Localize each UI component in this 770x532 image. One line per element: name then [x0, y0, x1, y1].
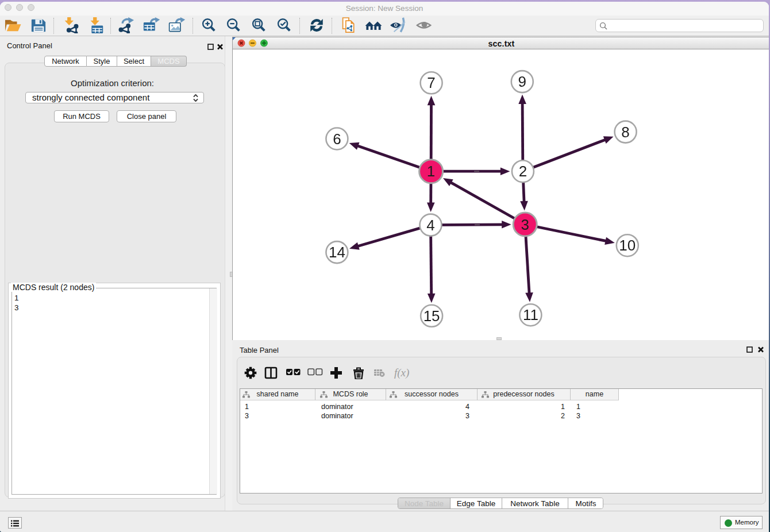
svg-text:10: 10 — [619, 237, 636, 254]
svg-text:4: 4 — [426, 217, 434, 234]
svg-text:9: 9 — [518, 73, 526, 90]
svg-text:1: 1 — [427, 163, 435, 180]
svg-text:2: 2 — [519, 163, 527, 180]
svg-text:14: 14 — [329, 244, 345, 261]
svg-text:8: 8 — [621, 124, 629, 141]
svg-text:11: 11 — [523, 306, 538, 323]
svg-text:7: 7 — [427, 74, 435, 91]
svg-text:6: 6 — [333, 130, 341, 148]
svg-text:f(x): f(x) — [394, 367, 409, 379]
svg-text:3: 3 — [521, 216, 529, 233]
svg-text:15: 15 — [424, 307, 440, 325]
